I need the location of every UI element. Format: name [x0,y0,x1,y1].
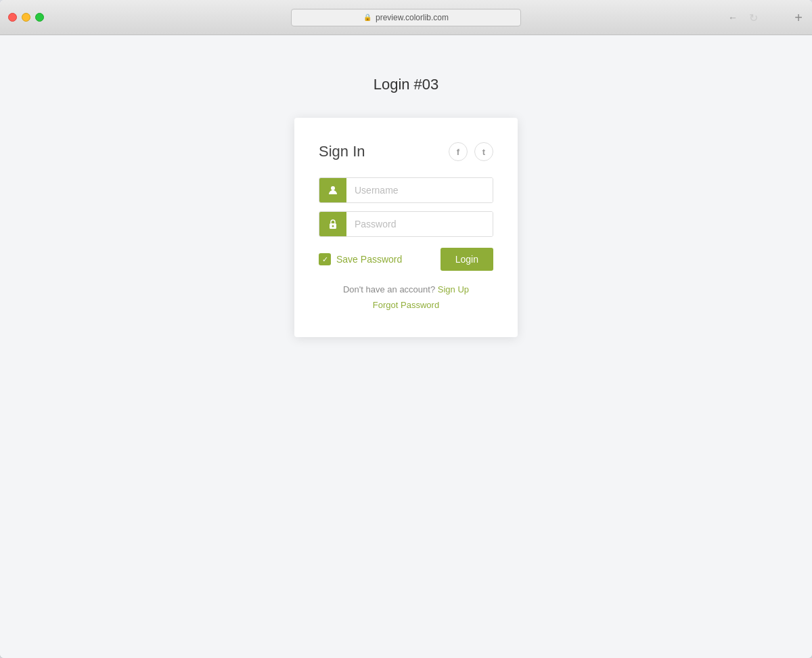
reload-icon[interactable]: ↻ [749,11,758,24]
twitter-icon: t [482,147,485,157]
password-input[interactable] [346,212,493,236]
card-header: Sign In f t [319,142,493,161]
checkmark-icon: ✓ [322,256,328,263]
save-password-checkbox[interactable]: ✓ [319,253,331,265]
password-input-group [319,211,493,237]
lock-icon: 🔒 [363,14,371,21]
username-input-group [319,177,493,203]
browser-window: 🔒 preview.colorlib.com ← ↻ + Login #03 S… [0,0,812,658]
user-icon [319,178,346,202]
close-button[interactable] [8,13,17,22]
sign-in-title: Sign In [319,143,365,160]
svg-point-2 [332,225,334,227]
save-password-left: ✓ Save Password [319,253,402,265]
card-footer: Don't have an account? Sign Up Forgot Pa… [319,284,493,310]
save-password-row: ✓ Save Password Login [319,248,493,271]
facebook-button[interactable]: f [449,142,468,161]
traffic-lights [8,13,44,22]
back-icon[interactable]: ← [728,12,738,23]
save-password-label[interactable]: Save Password [336,254,402,265]
browser-content: Login #03 Sign In f t [0,35,812,658]
lock-icon [319,212,346,236]
url-text: preview.colorlib.com [376,13,449,22]
login-card: Sign In f t [294,118,518,337]
social-icons: f t [449,142,493,161]
signup-link[interactable]: Sign Up [438,284,469,294]
login-button[interactable]: Login [441,248,493,271]
browser-chrome: 🔒 preview.colorlib.com ← ↻ + [0,0,812,35]
address-bar[interactable]: 🔒 preview.colorlib.com [291,9,521,26]
twitter-button[interactable]: t [474,142,493,161]
facebook-icon: f [457,147,459,157]
page-title: Login #03 [374,76,439,93]
new-tab-button[interactable]: + [794,11,803,24]
svg-point-0 [331,186,335,190]
forgot-password-link[interactable]: Forgot Password [319,300,493,310]
minimize-button[interactable] [22,13,30,22]
maximize-button[interactable] [35,13,44,22]
username-input[interactable] [346,178,493,202]
no-account-text: Don't have an account? Sign Up [319,284,493,294]
